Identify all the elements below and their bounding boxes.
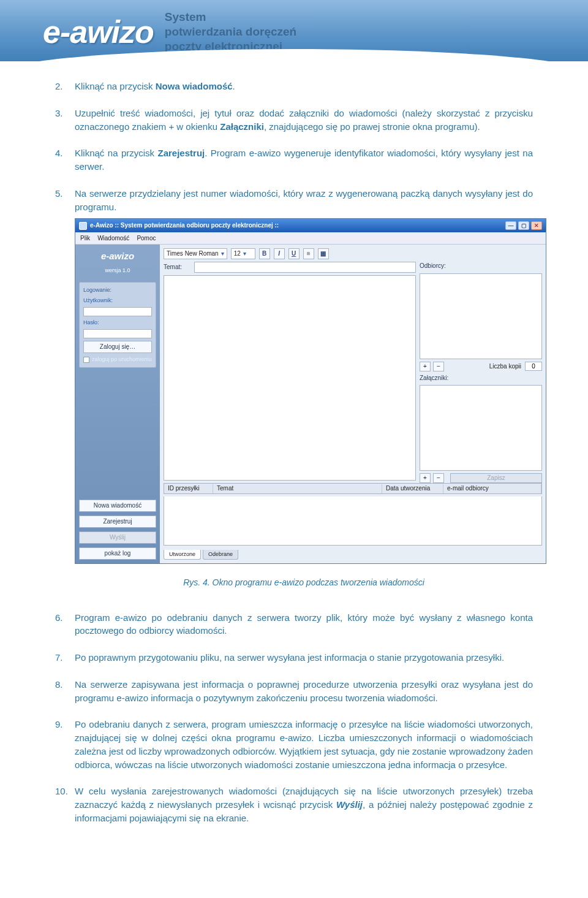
user-input[interactable] [83, 307, 152, 316]
underline-button[interactable]: U [288, 248, 300, 259]
sidebar-brand: e-awizo [79, 248, 156, 263]
recipients-label: Odbiorcy: [420, 262, 542, 271]
subject-label: Temat: [164, 263, 190, 272]
step-9: Po odebraniu danych z serwera, program u… [55, 718, 533, 771]
tab-utworzone[interactable]: Utworzone [164, 550, 201, 560]
menubar: Plik Wiadomość Pomoc [75, 232, 546, 245]
col-subject: Temat [213, 484, 382, 493]
bottom-tabs: Utworzone Odebrane [164, 550, 542, 560]
bold-button[interactable]: B [259, 248, 270, 259]
grid-body[interactable] [164, 497, 542, 546]
col-email: e-mail odbiorcy [443, 484, 541, 493]
app-window: e-Awizo :: System potwierdzania odbioru … [75, 218, 546, 564]
menu-wiadomosc[interactable]: Wiadomość [97, 234, 129, 243]
col-date: Data utworzenia [382, 484, 443, 493]
save-button[interactable]: Zapisz [450, 473, 542, 483]
pass-input[interactable] [83, 329, 152, 338]
font-size-select[interactable]: 12▾ [231, 248, 255, 259]
attachment-remove-button[interactable]: − [433, 473, 444, 483]
show-log-button[interactable]: pokaż log [79, 547, 156, 560]
step-7: Po poprawnym przygotowaniu pliku, na ser… [55, 651, 533, 664]
chevron-down-icon: ▾ [221, 249, 224, 259]
font-select[interactable]: Times New Roman▾ [164, 248, 227, 259]
chevron-down-icon: ▾ [243, 249, 246, 259]
sidebar-version: wersja 1.0 [79, 267, 156, 275]
send-button[interactable]: Wyślij [79, 531, 156, 544]
page-header: e-awizo System potwierdzania doręczeń po… [0, 0, 588, 61]
app-icon [79, 222, 87, 230]
minimize-button[interactable]: — [505, 221, 516, 230]
copies-label: Liczba kopii [489, 362, 521, 371]
extra-button[interactable]: ▦ [318, 248, 329, 259]
attachments-list[interactable] [420, 385, 542, 471]
attachment-add-button[interactable]: + [420, 473, 431, 483]
tab-odebrane[interactable]: Odebrane [203, 550, 238, 560]
register-button[interactable]: Zarejestruj [79, 516, 156, 528]
attachments-label: Załączniki: [420, 374, 542, 383]
step-8: Na serwerze zapisywana jest informacja o… [55, 678, 533, 705]
remember-checkbox[interactable]: zaloguj po uruchomieniu [83, 356, 152, 363]
step-5: Na serwerze przydzielany jest numer wiad… [55, 187, 533, 589]
pass-label: Hasło: [83, 319, 152, 327]
col-id: ID przesyłki [164, 484, 213, 493]
login-button[interactable]: Zaloguj się… [83, 341, 152, 353]
remember-label: zaloguj po uruchomieniu [92, 356, 152, 363]
main-pane: Times New Roman▾ 12▾ B I U ≡ ▦ [160, 245, 546, 563]
grid-header: ID przesyłki Temat Data utworzenia e-mai… [164, 483, 542, 494]
step-10: W celu wysłania zarejestrowanych wiadomo… [55, 785, 533, 824]
tagline-line-1: System [165, 10, 296, 25]
login-panel: Logowanie: Użytkownik: Hasło: Zaloguj si… [79, 282, 156, 368]
sidebar: e-awizo wersja 1.0 Logowanie: Użytkownik… [75, 245, 160, 563]
tagline: System potwierdzania doręczeń poczty ele… [165, 10, 296, 53]
instructions-list: Kliknąć na przycisk Nowa wiadomość. Uzup… [55, 80, 533, 825]
checkbox-icon [83, 357, 89, 363]
step-4: Kliknąć na przycisk Zarejestruj. Program… [55, 146, 533, 173]
recipients-list[interactable] [420, 273, 542, 359]
user-label: Użytkownik: [83, 297, 152, 305]
step-6: Program e-awizo po odebraniu danych z se… [55, 611, 533, 638]
tagline-line-2: potwierdzania doręczeń [165, 25, 296, 39]
menu-pomoc[interactable]: Pomoc [137, 234, 156, 243]
logo-text: e-awizo [43, 13, 154, 50]
close-button[interactable]: ✕ [531, 221, 542, 230]
italic-button[interactable]: I [274, 248, 285, 259]
align-button[interactable]: ≡ [303, 248, 314, 259]
tagline-line-3: poczty elektronicznej [165, 39, 296, 54]
login-header: Logowanie: [83, 286, 152, 294]
subject-input[interactable] [194, 262, 416, 273]
recipient-remove-button[interactable]: − [433, 362, 444, 371]
figure-caption: Rys. 4. Okno programu e-awizo podczas tw… [75, 576, 533, 588]
menu-plik[interactable]: Plik [80, 234, 90, 243]
maximize-button[interactable]: ▢ [518, 221, 529, 230]
window-title: e-Awizo :: System potwierdzania odbioru … [90, 221, 279, 230]
window-controls: — ▢ ✕ [505, 221, 542, 230]
copies-input[interactable] [525, 362, 542, 371]
format-toolbar: Times New Roman▾ 12▾ B I U ≡ ▦ [164, 248, 542, 259]
step-3: Uzupełnić treść wiadomości, jej tytuł or… [55, 107, 533, 134]
new-message-button[interactable]: Nowa wiadomość [79, 500, 156, 512]
step-2: Kliknąć na przycisk Nowa wiadomość. [55, 80, 533, 93]
message-body-editor[interactable] [164, 275, 416, 481]
titlebar: e-Awizo :: System potwierdzania odbioru … [75, 219, 546, 232]
document-body: Kliknąć na przycisk Nowa wiadomość. Uzup… [0, 61, 588, 863]
recipient-add-button[interactable]: + [420, 362, 431, 371]
